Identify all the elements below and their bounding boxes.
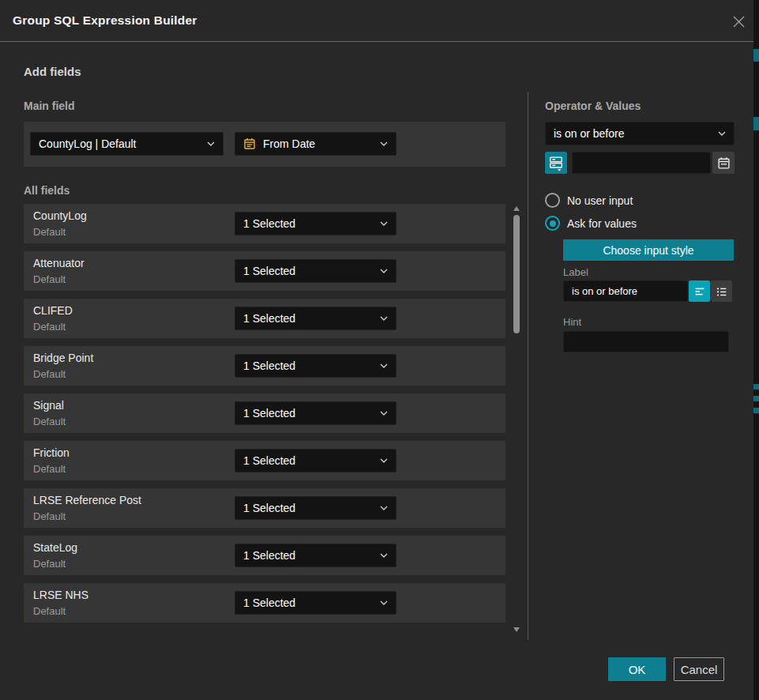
choose-input-style-button[interactable]: Choose input style bbox=[563, 239, 734, 261]
chevron-down-icon bbox=[380, 411, 388, 416]
text-box-icon bbox=[693, 284, 707, 299]
field-name: LRSE NHS bbox=[33, 589, 88, 601]
strip-fragment bbox=[753, 49, 759, 62]
chevron-down-icon bbox=[380, 600, 388, 605]
radio-circle bbox=[545, 216, 560, 231]
strip-fragment bbox=[753, 384, 759, 390]
add-fields-heading: Add fields bbox=[24, 65, 81, 78]
field-sublabel: Default bbox=[33, 416, 66, 427]
field-name: CLIFED bbox=[33, 304, 73, 317]
dialog-title: Group SQL Expression Builder bbox=[13, 0, 197, 41]
label-caption: Label bbox=[563, 266, 588, 278]
label-input[interactable] bbox=[563, 280, 688, 302]
field-selected-value: 1 Selected bbox=[243, 407, 375, 420]
close-icon bbox=[732, 15, 746, 28]
field-name: CountyLog bbox=[33, 209, 87, 222]
field-sublabel: Default bbox=[33, 605, 66, 617]
radio-label: No user input bbox=[567, 194, 633, 207]
input-style-textbox-toggle[interactable] bbox=[689, 280, 710, 302]
chevron-down-icon bbox=[380, 316, 388, 321]
field-row: LRSE Reference Post Default 1 Selected bbox=[24, 488, 505, 528]
field-selected-select[interactable]: 1 Selected bbox=[235, 307, 396, 330]
field-name: Attenuator bbox=[33, 257, 85, 269]
field-selected-select[interactable]: 1 Selected bbox=[235, 544, 396, 567]
chevron-down-icon bbox=[207, 141, 215, 146]
chevron-down-icon bbox=[380, 363, 388, 368]
radio-no-user-input[interactable]: No user input bbox=[545, 193, 633, 208]
hint-caption: Hint bbox=[563, 316, 581, 328]
chevron-down-icon bbox=[380, 141, 388, 146]
hint-input[interactable] bbox=[563, 331, 729, 352]
main-field-heading: Main field bbox=[24, 100, 75, 112]
field-selected-value: 1 Selected bbox=[243, 217, 375, 230]
title-divider bbox=[0, 41, 753, 42]
chevron-down-icon bbox=[380, 269, 388, 273]
main-field-source-select-value: CountyLog | Default bbox=[39, 137, 202, 150]
field-selected-select[interactable]: 1 Selected bbox=[235, 354, 396, 378]
close-button[interactable] bbox=[728, 11, 749, 32]
field-selected-value: 1 Selected bbox=[243, 502, 375, 514]
title-bar: Group SQL Expression Builder bbox=[0, 0, 759, 41]
field-sublabel: Default bbox=[33, 226, 66, 238]
scroll-up-arrow[interactable] bbox=[513, 206, 520, 211]
scrollbar-thumb[interactable] bbox=[513, 215, 520, 333]
field-row: Bridge Point Default 1 Selected bbox=[24, 346, 505, 386]
field-row: LRSE NHS Default 1 Selected bbox=[24, 583, 505, 623]
field-selected-select[interactable]: 1 Selected bbox=[235, 401, 396, 425]
field-row: CLIFED Default 1 Selected bbox=[24, 299, 505, 338]
chevron-down-icon bbox=[380, 221, 388, 226]
field-row: CountyLog Default 1 Selected bbox=[24, 204, 505, 243]
date-picker-button[interactable] bbox=[712, 152, 735, 174]
chevron-down-icon bbox=[380, 458, 388, 463]
chevron-down-icon bbox=[380, 553, 388, 558]
field-selected-value: 1 Selected bbox=[243, 359, 375, 372]
field-selected-select[interactable]: 1 Selected bbox=[235, 212, 396, 235]
field-name: Bridge Point bbox=[33, 352, 93, 364]
field-sublabel: Default bbox=[33, 558, 66, 570]
field-sublabel: Default bbox=[33, 463, 66, 475]
value-source-type-button[interactable] bbox=[545, 152, 567, 174]
radio-label: Ask for values bbox=[567, 217, 637, 230]
main-field-field-select-value: From Date bbox=[263, 137, 375, 150]
list-icon bbox=[715, 284, 729, 299]
field-selected-select[interactable]: 1 Selected bbox=[235, 449, 396, 472]
operator-select-value: is on or before bbox=[554, 127, 713, 140]
chevron-down-icon bbox=[718, 131, 726, 136]
field-selected-select[interactable]: 1 Selected bbox=[235, 259, 396, 283]
calendar-icon bbox=[243, 137, 256, 150]
radio-ask-for-values[interactable]: Ask for values bbox=[545, 216, 637, 231]
value-input[interactable] bbox=[572, 152, 711, 174]
field-row: Friction Default 1 Selected bbox=[24, 441, 505, 480]
all-fields-heading: All fields bbox=[24, 184, 70, 197]
main-field-field-select[interactable]: From Date bbox=[235, 132, 396, 156]
main-field-source-select[interactable]: CountyLog | Default bbox=[30, 132, 224, 156]
field-sublabel: Default bbox=[33, 321, 66, 333]
radio-circle bbox=[545, 193, 560, 208]
field-row: Attenuator Default 1 Selected bbox=[24, 251, 505, 291]
group-sql-expression-builder-dialog: Group SQL Expression Builder Add fields … bbox=[0, 0, 759, 700]
stacked-input-icon bbox=[547, 153, 565, 172]
list-scrollbar[interactable] bbox=[512, 204, 522, 634]
main-field-panel: CountyLog | Default From Date bbox=[24, 122, 505, 167]
input-style-list-toggle[interactable] bbox=[711, 280, 732, 302]
ok-button[interactable]: OK bbox=[608, 657, 666, 681]
field-selected-select[interactable]: 1 Selected bbox=[235, 496, 396, 520]
field-selected-value: 1 Selected bbox=[243, 454, 375, 467]
field-row: StateLog Default 1 Selected bbox=[24, 536, 505, 575]
field-selected-value: 1 Selected bbox=[243, 312, 375, 325]
field-name: Signal bbox=[33, 399, 64, 412]
all-fields-list: CountyLog Default 1 Selected Attenuator … bbox=[24, 204, 505, 630]
field-row: Signal Default 1 Selected bbox=[24, 393, 505, 433]
chevron-down-icon bbox=[380, 506, 388, 510]
field-sublabel: Default bbox=[33, 368, 66, 380]
operator-select[interactable]: is on or before bbox=[545, 122, 735, 145]
operator-values-heading: Operator & Values bbox=[545, 100, 641, 112]
calendar-icon bbox=[717, 156, 731, 170]
scroll-down-arrow[interactable] bbox=[513, 627, 520, 632]
background-app-strip bbox=[753, 0, 759, 700]
field-selected-value: 1 Selected bbox=[243, 265, 375, 277]
field-selected-value: 1 Selected bbox=[243, 549, 375, 562]
cancel-button[interactable]: Cancel bbox=[674, 657, 724, 681]
field-selected-select[interactable]: 1 Selected bbox=[235, 591, 396, 615]
field-name: Friction bbox=[33, 446, 70, 459]
